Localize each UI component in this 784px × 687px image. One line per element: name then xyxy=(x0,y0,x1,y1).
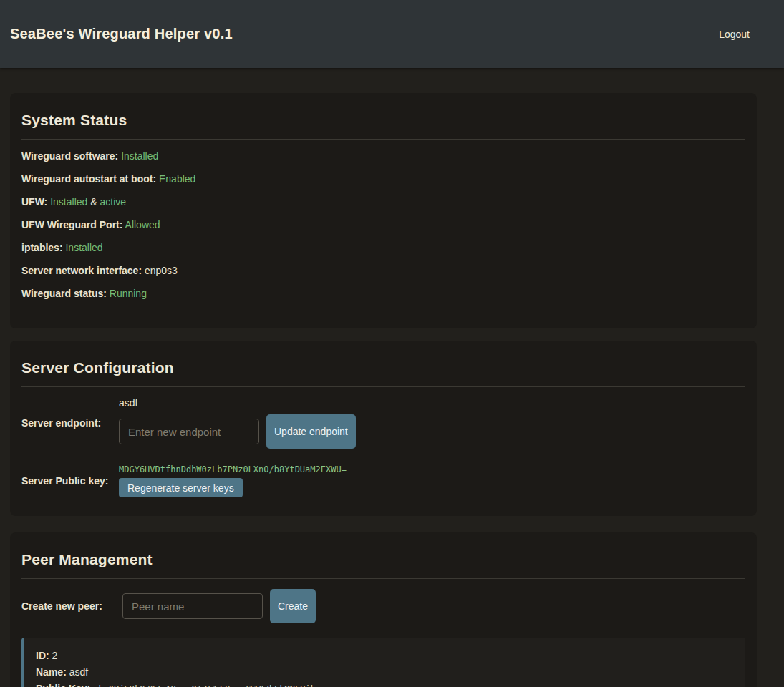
peer-id-line: ID: 2 xyxy=(36,648,734,664)
status-label: iptables: xyxy=(21,242,63,253)
server-public-key-value: MDGY6HVDtfhnDdhW0zLb7PNz0LXnO/b8YtDUaM2E… xyxy=(119,464,347,474)
peer-id-label: ID: xyxy=(36,650,49,661)
system-status-heading: System Status xyxy=(21,112,745,129)
status-value: Enabled xyxy=(159,173,195,185)
create-peer-input-group: Create xyxy=(122,589,316,623)
peer-public-key-line: Public Key: ckyOHj5Bk8707gAYmcn81Zt1//5y… xyxy=(36,681,734,687)
status-row-ufw-port: UFW Wireguard Port: Allowed xyxy=(21,218,745,232)
main-content: System Status Wireguard software: Instal… xyxy=(10,93,757,687)
current-endpoint-value: asdf xyxy=(119,397,356,409)
status-value: active xyxy=(100,196,126,208)
server-endpoint-label: Server endpoint: xyxy=(21,417,119,429)
peer-public-key-value: ckyOHj5Bk8707gAYmcn81Zt1//5ym7110ZkLkMNF… xyxy=(93,684,321,687)
server-endpoint-controls: asdf Update endpoint xyxy=(119,397,356,449)
peer-management-heading: Peer Management xyxy=(21,551,745,568)
status-row-iptables: iptables: Installed xyxy=(21,241,745,255)
peer-management-card: Peer Management Create new peer: Create … xyxy=(10,532,757,687)
status-label: UFW Wireguard Port: xyxy=(21,219,122,230)
divider xyxy=(21,386,745,387)
status-label: Server network interface: xyxy=(21,265,142,276)
peer-name-input[interactable] xyxy=(122,593,263,619)
peer-name-line: Name: asdf xyxy=(36,664,734,681)
server-config-heading: Server Configuration xyxy=(21,359,745,376)
status-separator: & xyxy=(90,196,97,208)
endpoint-input[interactable] xyxy=(119,419,259,444)
status-value: enp0s3 xyxy=(145,265,178,276)
status-row-interface: Server network interface: enp0s3 xyxy=(21,264,745,278)
status-label: Wireguard status: xyxy=(21,288,107,299)
page-title: SeaBee's Wireguard Helper v0.1 xyxy=(10,26,233,42)
server-config-card: Server Configuration Server endpoint: as… xyxy=(10,341,757,516)
create-peer-label: Create new peer: xyxy=(21,600,122,612)
peer-public-key-label: Public Key: xyxy=(36,683,90,687)
create-peer-button[interactable]: Create xyxy=(270,589,316,623)
peer-name-value: asdf xyxy=(69,666,88,678)
status-label: UFW: xyxy=(21,196,47,208)
peer-name-label: Name: xyxy=(36,666,67,678)
logout-link[interactable]: Logout xyxy=(719,29,750,40)
status-row-wireguard-software: Wireguard software: Installed xyxy=(21,150,745,163)
regenerate-keys-button[interactable]: Regenerate server keys xyxy=(119,478,243,497)
server-endpoint-row: Server endpoint: asdf Update endpoint xyxy=(21,397,745,449)
status-label: Wireguard software: xyxy=(21,150,118,162)
status-value: Installed xyxy=(50,196,87,208)
update-endpoint-button[interactable]: Update endpoint xyxy=(266,414,356,449)
status-value: Installed xyxy=(121,150,158,162)
status-value: Allowed xyxy=(125,219,160,230)
endpoint-input-group: Update endpoint xyxy=(119,414,356,449)
divider xyxy=(21,578,745,579)
status-value: Running xyxy=(110,288,147,299)
server-public-key-controls: MDGY6HVDtfhnDdhW0zLb7PNz0LXnO/b8YtDUaM2E… xyxy=(119,464,347,497)
peer-entry: ID: 2 Name: asdf Public Key: ckyOHj5Bk87… xyxy=(21,638,745,687)
create-peer-row: Create new peer: Create xyxy=(21,589,745,623)
divider xyxy=(21,139,745,140)
app-header: SeaBee's Wireguard Helper v0.1 Logout xyxy=(0,0,784,68)
status-label: Wireguard autostart at boot: xyxy=(21,173,156,185)
status-row-ufw: UFW: Installed & active xyxy=(21,195,745,209)
system-status-card: System Status Wireguard software: Instal… xyxy=(10,93,757,328)
server-public-key-label: Server Public key: xyxy=(21,475,119,487)
status-value: Installed xyxy=(65,242,102,253)
server-public-key-row: Server Public key: MDGY6HVDtfhnDdhW0zLb7… xyxy=(21,464,745,497)
status-row-wireguard-status: Wireguard status: Running xyxy=(21,287,745,301)
status-row-autostart: Wireguard autostart at boot: Enabled xyxy=(21,172,745,186)
peer-id-value: 2 xyxy=(52,650,58,661)
